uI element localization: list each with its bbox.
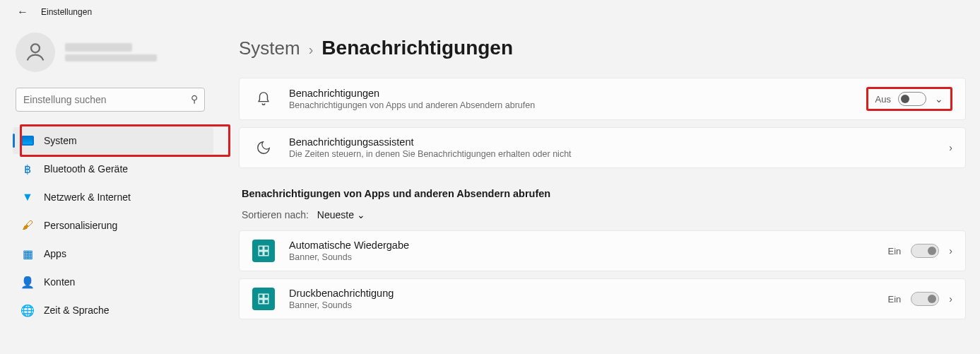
sidebar-item-bluetooth[interactable]: ฿ Bluetooth & Geräte <box>13 155 213 182</box>
svg-rect-2 <box>264 246 268 250</box>
svg-rect-3 <box>259 252 263 256</box>
card-subtitle: Benachrichtigungen von Apps und anderen … <box>289 100 866 110</box>
wifi-icon: ▼ <box>21 191 34 203</box>
chevron-right-icon[interactable]: › <box>949 245 952 256</box>
avatar <box>16 33 55 72</box>
svg-rect-4 <box>264 252 268 256</box>
svg-rect-5 <box>259 294 263 298</box>
sidebar-item-time-language[interactable]: 🌐 Zeit & Sprache <box>13 297 213 324</box>
notifications-toggle[interactable] <box>898 92 926 106</box>
moon-icon <box>252 136 275 159</box>
apps-icon: ▦ <box>21 247 34 260</box>
sidebar-item-system[interactable]: System <box>13 127 213 154</box>
sidebar-item-label: System <box>44 135 77 146</box>
svg-rect-8 <box>264 300 268 304</box>
main-content: System › Benachrichtigungen Benachrichti… <box>219 24 980 326</box>
svg-rect-6 <box>264 294 268 298</box>
section-heading: Benachrichtigungen von Apps und anderen … <box>242 188 966 199</box>
globe-icon: 🌐 <box>21 304 34 317</box>
sidebar-item-label: Zeit & Sprache <box>44 305 110 316</box>
person-icon: 👤 <box>21 276 34 288</box>
user-account-row[interactable] <box>13 33 219 72</box>
sidebar-item-accounts[interactable]: 👤 Konten <box>13 269 213 295</box>
search-input[interactable] <box>16 88 205 112</box>
app-tile-icon <box>252 240 275 262</box>
sidebar-item-label: Personalisierung <box>44 220 117 231</box>
app-toggle[interactable] <box>911 292 939 306</box>
card-title: Benachrichtigungsassistent <box>289 136 949 148</box>
app-toggle[interactable] <box>911 244 939 258</box>
sidebar-item-label: Konten <box>44 276 75 288</box>
monitor-icon <box>21 134 34 147</box>
window-title: Einstellungen <box>41 7 92 17</box>
toggle-label: Aus <box>875 94 891 105</box>
svg-point-0 <box>31 44 40 52</box>
sort-dropdown[interactable]: Neueste ⌄ <box>317 209 365 220</box>
breadcrumb-parent[interactable]: System <box>239 37 300 59</box>
app-subtitle: Banner, Sounds <box>289 252 888 262</box>
sidebar-item-personalization[interactable]: 🖌 Personalisierung <box>13 212 213 239</box>
card-title: Benachrichtigungen <box>289 88 866 99</box>
chevron-down-icon[interactable]: ⌄ <box>935 93 943 105</box>
app-tile-icon <box>252 288 275 310</box>
chevron-right-icon[interactable]: › <box>949 142 952 153</box>
chevron-right-icon[interactable]: › <box>949 293 952 305</box>
app-notification-row[interactable]: Druckbenachrichtigung Banner, Sounds Ein… <box>239 278 966 319</box>
toggle-label: Ein <box>888 246 902 256</box>
bell-icon <box>252 88 275 110</box>
bluetooth-icon: ฿ <box>21 163 34 175</box>
sidebar-item-label: Apps <box>44 248 66 259</box>
card-subtitle: Die Zeiten steuern, in denen Sie Benachr… <box>289 149 949 159</box>
sort-label: Sortieren nach: <box>242 209 309 220</box>
notifications-card[interactable]: Benachrichtigungen Benachrichtigungen vo… <box>239 78 966 120</box>
sidebar-item-apps[interactable]: ▦ Apps <box>13 240 213 267</box>
sidebar: ⚲ System ฿ Bluetooth & Geräte ▼ Netzwerk… <box>0 24 219 326</box>
app-subtitle: Banner, Sounds <box>289 300 888 310</box>
svg-rect-1 <box>259 246 263 250</box>
chevron-right-icon: › <box>309 42 314 58</box>
page-title: Benachrichtigungen <box>321 37 513 59</box>
svg-rect-7 <box>259 300 263 304</box>
nav-list: System ฿ Bluetooth & Geräte ▼ Netzwerk &… <box>13 127 219 324</box>
toggle-label: Ein <box>888 294 902 305</box>
brush-icon: 🖌 <box>21 219 34 232</box>
highlight-annotation: Aus ⌄ <box>866 87 952 111</box>
focus-assist-card[interactable]: Benachrichtigungsassistent Die Zeiten st… <box>239 127 966 168</box>
back-button[interactable]: ← <box>17 6 28 18</box>
sidebar-item-network[interactable]: ▼ Netzwerk & Internet <box>13 184 213 211</box>
app-notification-row[interactable]: Automatische Wiedergabe Banner, Sounds E… <box>239 230 966 271</box>
breadcrumb: System › Benachrichtigungen <box>239 37 966 59</box>
sidebar-item-label: Bluetooth & Geräte <box>44 163 128 175</box>
app-title: Automatische Wiedergabe <box>289 240 888 251</box>
app-title: Druckbenachrichtigung <box>289 288 888 299</box>
search-icon: ⚲ <box>191 93 198 105</box>
user-name-redacted <box>65 40 157 64</box>
sidebar-item-label: Netzwerk & Internet <box>44 191 131 203</box>
